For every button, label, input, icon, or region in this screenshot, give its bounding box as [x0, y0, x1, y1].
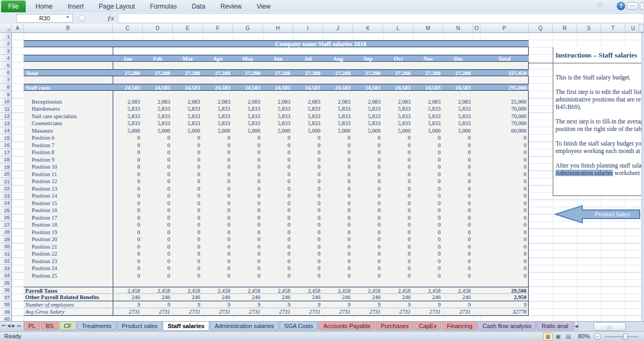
- cell-month-1[interactable]: 2,458: [113, 287, 143, 295]
- cell-month-4[interactable]: 24,583: [203, 84, 233, 92]
- cell-month-10[interactable]: 0: [383, 229, 413, 236]
- staff-row[interactable]: Position 210000000000000: [24, 243, 529, 251]
- cell-month-10[interactable]: 0: [383, 265, 413, 272]
- cell-month-9[interactable]: 0: [353, 265, 383, 272]
- ribbon-tab-page-layout[interactable]: Page Layout: [91, 0, 142, 12]
- sheet-tab-product-sales[interactable]: Product sales: [117, 322, 163, 330]
- cell-month-4[interactable]: 0: [203, 163, 233, 171]
- column-header-K[interactable]: K: [353, 24, 383, 32]
- cell-month-9[interactable]: 2731: [353, 308, 383, 316]
- cell-month-7[interactable]: 0: [293, 243, 323, 251]
- ribbon-tab-data[interactable]: Data: [184, 0, 213, 12]
- cell-total[interactable]: 0: [480, 229, 529, 236]
- cell-month-2[interactable]: 2,083: [143, 98, 173, 106]
- row-header-5[interactable]: 5: [0, 62, 12, 69]
- row-label[interactable]: Masseurs: [32, 127, 53, 135]
- cell-month-8[interactable]: 0: [323, 134, 353, 142]
- column-header-N[interactable]: N: [443, 24, 473, 32]
- cell-month-1[interactable]: 0: [113, 156, 143, 164]
- row-header-32[interactable]: 32: [0, 258, 12, 265]
- cell-month-11[interactable]: 0: [413, 207, 443, 214]
- cell-month-12[interactable]: 0: [443, 272, 473, 280]
- row-header-9[interactable]: 9: [0, 91, 12, 98]
- cell-month-2[interactable]: 0: [143, 236, 173, 243]
- row-header-22[interactable]: 22: [0, 185, 12, 193]
- cell-month-7[interactable]: 2,083: [293, 98, 323, 106]
- cell-month-7[interactable]: 0: [293, 221, 323, 229]
- ribbon-tab-home[interactable]: Home: [28, 0, 60, 12]
- cell-month-3[interactable]: 2,083: [173, 98, 203, 106]
- row-header-23[interactable]: 23: [0, 192, 12, 200]
- cell-month-7[interactable]: 0: [293, 171, 323, 178]
- cell-month-10[interactable]: 0: [383, 258, 413, 265]
- cell-month-11[interactable]: 2,458: [413, 287, 443, 295]
- cell-total[interactable]: 29,500: [480, 287, 529, 295]
- cell-total[interactable]: 0: [480, 250, 529, 258]
- cell-month-8[interactable]: 9: [323, 301, 353, 309]
- sheet-tab-financing[interactable]: Financing: [442, 322, 477, 330]
- row-header-20[interactable]: 20: [0, 171, 12, 178]
- row-label[interactable]: Position 25: [32, 272, 57, 280]
- cell-month-3[interactable]: 0: [173, 265, 203, 272]
- cell-month-12[interactable]: 0: [443, 229, 473, 236]
- staff-row[interactable]: Hairdressers5,8335,8335,8335,8335,8335,8…: [24, 105, 529, 113]
- cell-month-11[interactable]: 5,833: [413, 120, 443, 127]
- cell-month-3[interactable]: 5,000: [173, 127, 203, 135]
- cell-month-9[interactable]: 0: [353, 178, 383, 185]
- cell-month-3[interactable]: 2731: [173, 308, 203, 316]
- cell-total[interactable]: 60,000: [480, 127, 529, 135]
- page-break-view-icon[interactable]: ▤: [564, 332, 573, 340]
- page-layout-view-icon[interactable]: ▣: [553, 332, 563, 340]
- cell-month-3[interactable]: 5,833: [173, 113, 203, 120]
- cell-month-12[interactable]: 9: [443, 301, 473, 309]
- cell-month-7[interactable]: 0: [293, 207, 323, 214]
- cell-month-1[interactable]: 0: [113, 200, 143, 207]
- cell-month-2[interactable]: 0: [143, 149, 173, 156]
- formula-bar-collapse-button[interactable]: [78, 15, 85, 22]
- cell-month-2[interactable]: 0: [143, 258, 173, 265]
- cell-month-1[interactable]: 0: [113, 142, 143, 149]
- cell-month-6[interactable]: 5,833: [263, 120, 293, 127]
- cell-month-4[interactable]: 0: [203, 214, 233, 222]
- sheet-tab-bs[interactable]: BS: [41, 322, 58, 330]
- cell-total[interactable]: 9: [480, 301, 529, 309]
- cell-month-11[interactable]: 2,083: [413, 98, 443, 106]
- normal-view-icon[interactable]: ▦: [543, 332, 553, 340]
- cell-month-5[interactable]: 5,833: [233, 105, 263, 113]
- cell-month-12[interactable]: 0: [443, 163, 473, 171]
- staff-row[interactable]: Receptionists2,0832,0832,0832,0832,0832,…: [24, 98, 529, 106]
- cell-month-3[interactable]: 0: [173, 185, 203, 193]
- cell-month-10[interactable]: 0: [383, 163, 413, 171]
- cell-month-6[interactable]: Jun: [263, 55, 293, 63]
- ribbon-tab-insert[interactable]: Insert: [60, 0, 91, 12]
- cell-total[interactable]: 70,000: [480, 120, 529, 127]
- cell-month-6[interactable]: 0: [263, 236, 293, 243]
- cell-month-6[interactable]: 0: [263, 250, 293, 258]
- row-header-16[interactable]: 16: [0, 142, 12, 149]
- cell-month-11[interactable]: 0: [413, 221, 443, 229]
- cell-month-11[interactable]: 0: [413, 258, 443, 265]
- cell-month-10[interactable]: 0: [383, 142, 413, 149]
- cell-month-5[interactable]: 0: [233, 185, 263, 193]
- cell-month-5[interactable]: 9: [233, 301, 263, 309]
- row-label[interactable]: Hairdressers: [32, 105, 60, 113]
- row-label[interactable]: Cosmeticians: [32, 120, 62, 127]
- cell-month-7[interactable]: 5,833: [293, 105, 323, 113]
- staff-row[interactable]: Position 170000000000000: [24, 214, 529, 222]
- cell-month-2[interactable]: 0: [143, 250, 173, 258]
- cell-month-5[interactable]: 5,000: [233, 127, 263, 135]
- column-header-E[interactable]: E: [173, 24, 203, 32]
- cell-month-7[interactable]: 5,000: [293, 127, 323, 135]
- cell-month-3[interactable]: 0: [173, 178, 203, 185]
- zoom-level[interactable]: 80%: [578, 333, 590, 339]
- cell-month-6[interactable]: 0: [263, 178, 293, 185]
- cell-month-1[interactable]: 0: [113, 207, 143, 214]
- cell-month-9[interactable]: 0: [353, 163, 383, 171]
- row-label[interactable]: Position 14: [32, 192, 57, 200]
- cell-total[interactable]: 0: [480, 149, 529, 156]
- cell-month-1[interactable]: 0: [113, 163, 143, 171]
- cell-month-1[interactable]: 0: [113, 214, 143, 222]
- row-label[interactable]: Position 24: [32, 265, 57, 272]
- cell-month-4[interactable]: 0: [203, 134, 233, 142]
- cell-month-10[interactable]: 0: [383, 134, 413, 142]
